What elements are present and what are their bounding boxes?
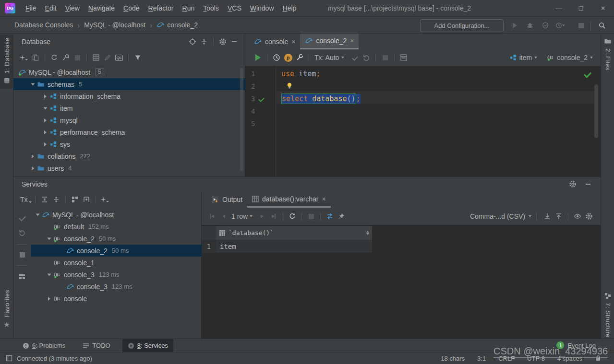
menu-item-run[interactable]: Run — [178, 0, 199, 17]
service-row-console[interactable]: console — [31, 293, 202, 305]
row-count-dropdown-icon[interactable] — [250, 215, 253, 217]
last-page-icon[interactable] — [268, 211, 279, 222]
menu-item-refactor[interactable]: Refactor — [144, 0, 178, 17]
tx-dropdown-icon[interactable] — [341, 57, 344, 59]
toolwindow-button-services[interactable]: 8: Services — [122, 339, 173, 352]
grid-corner-cell[interactable] — [202, 226, 216, 240]
menu-item-view[interactable]: View — [61, 0, 84, 17]
chevron-down-icon[interactable] — [45, 270, 53, 279]
breadcrumb-console[interactable]: console_2 — [167, 21, 198, 29]
tree-row-information-schema[interactable]: information_schema — [13, 90, 245, 102]
pin-tab-icon[interactable] — [336, 211, 347, 222]
row-number-cell[interactable]: 1 — [202, 240, 216, 253]
hide-panel-icon[interactable] — [229, 36, 240, 47]
close-button[interactable]: × — [592, 0, 614, 16]
edit-icon[interactable] — [102, 52, 113, 63]
stop-button[interactable] — [575, 20, 587, 31]
caret-position[interactable]: 3:1 — [477, 355, 486, 362]
session-dropdown-icon[interactable] — [590, 57, 593, 59]
tree-row-users[interactable]: users 4 — [13, 162, 245, 174]
toolwindow-toggle-icon[interactable] — [6, 355, 12, 362]
toolwindow-button-problems[interactable]: 6: Problems — [17, 339, 71, 352]
stripe-button-files[interactable]: 2: Files — [601, 35, 614, 72]
expand-all-icon[interactable] — [39, 194, 50, 205]
result-settings-gear-icon[interactable] — [583, 211, 595, 222]
database-scrollbar[interactable] — [240, 68, 243, 171]
first-page-icon[interactable] — [206, 211, 218, 222]
chevron-right-icon[interactable] — [29, 152, 37, 160]
add-datasource-icon[interactable]: + — [18, 52, 30, 63]
profiler-dropdown-icon[interactable] — [561, 20, 566, 31]
service-row-console3-session[interactable]: console_3 123 ms — [31, 269, 202, 281]
stripe-button-database[interactable]: 1: Database — [0, 35, 13, 89]
collapse-all-icon[interactable] — [50, 194, 62, 205]
menu-item-window[interactable]: Window — [246, 0, 278, 17]
history-clock-icon[interactable] — [271, 52, 282, 63]
add-icon[interactable]: + — [99, 194, 111, 205]
schema-selector[interactable]: item — [519, 54, 532, 61]
collapse-all-icon[interactable] — [198, 36, 210, 47]
hide-services-icon[interactable] — [582, 178, 594, 190]
parameters-badge-icon[interactable]: p — [282, 52, 294, 63]
service-row-datasource[interactable]: MySQL - @localhost — [31, 209, 202, 221]
tx-toggle-dropdown-icon[interactable] — [29, 201, 32, 203]
tab-result[interactable]: database():varchar × — [247, 191, 331, 208]
chevron-right-icon[interactable] — [41, 140, 49, 148]
menu-item-tools[interactable]: Tools — [199, 0, 223, 17]
data-cell-item[interactable]: item — [216, 240, 372, 253]
close-tab-icon[interactable]: × — [322, 195, 326, 203]
commit-icon[interactable] — [19, 213, 25, 221]
tx-toggle[interactable]: Tx — [20, 196, 28, 203]
service-row-default[interactable]: default 152 ms — [31, 221, 202, 233]
tab-console-2[interactable]: console_2 × — [300, 34, 359, 49]
stripe-button-favorites[interactable]: Favorites ★ — [0, 287, 13, 331]
code-editor[interactable]: 1 2 3 4 5 use item; select database(); — [245, 66, 601, 176]
tree-row-item[interactable]: item — [13, 102, 245, 114]
view-output-icon[interactable] — [398, 52, 409, 63]
rollback-icon[interactable] — [18, 229, 26, 236]
menu-item-help[interactable]: Help — [278, 0, 301, 17]
stripe-button-structure[interactable]: 7: Structure — [601, 291, 614, 340]
table-view-icon[interactable] — [90, 52, 102, 63]
breadcrumb-database-consoles[interactable]: Database Consoles — [14, 21, 73, 29]
chevron-down-icon[interactable] — [41, 104, 49, 112]
cancel-query-icon[interactable] — [379, 52, 391, 63]
chevron-right-icon[interactable] — [41, 92, 49, 100]
tab-console[interactable]: console × — [249, 34, 300, 49]
chevron-right-icon[interactable] — [29, 164, 37, 172]
tree-row-performance-schema[interactable]: performance_schema — [13, 126, 245, 138]
menu-item-code[interactable]: Code — [119, 0, 144, 17]
chevron-right-icon[interactable] — [45, 294, 53, 303]
session-selector[interactable]: console_2 — [557, 54, 588, 61]
tree-row-datasource[interactable]: MySQL - @localhost 5 — [13, 66, 245, 78]
layout-icon[interactable] — [19, 273, 25, 280]
run-with-coverage-button[interactable] — [540, 20, 551, 31]
service-row-console2-session[interactable]: console_2 50 ms — [31, 233, 202, 245]
sort-icon[interactable] — [366, 231, 369, 235]
minimize-button[interactable]: — — [548, 0, 570, 16]
add-service-icon[interactable] — [81, 194, 92, 205]
schema-dropdown-icon[interactable] — [534, 57, 537, 59]
panel-settings-gear-icon[interactable] — [217, 36, 229, 47]
menu-item-vcs[interactable]: VCS — [223, 0, 246, 17]
debug-button[interactable] — [524, 20, 536, 31]
duplicate-icon[interactable] — [30, 52, 41, 63]
execute-button[interactable] — [252, 52, 264, 63]
row-count-selector[interactable]: 1 row — [231, 212, 248, 220]
stop-icon[interactable] — [20, 252, 25, 258]
stop-icon[interactable] — [305, 211, 317, 222]
previous-page-icon[interactable] — [218, 211, 229, 222]
format-dropdown-icon[interactable] — [529, 215, 531, 217]
filter-icon[interactable] — [132, 52, 144, 63]
service-row-console1[interactable]: console_1 — [31, 257, 202, 269]
view-options-eye-icon[interactable] — [572, 211, 583, 222]
export-format-selector[interactable]: Comma-...d (CSV) — [470, 212, 525, 220]
next-page-icon[interactable] — [256, 211, 268, 222]
services-settings-gear-icon[interactable] — [567, 178, 578, 190]
chevron-down-icon[interactable] — [29, 80, 37, 88]
upload-data-icon[interactable] — [553, 211, 565, 222]
datasource-properties-icon[interactable] — [60, 52, 72, 63]
menu-item-file[interactable]: File — [21, 0, 41, 17]
service-row-console3-file[interactable]: console_3 123 ms — [31, 281, 202, 293]
search-everywhere-icon[interactable] — [596, 20, 608, 31]
